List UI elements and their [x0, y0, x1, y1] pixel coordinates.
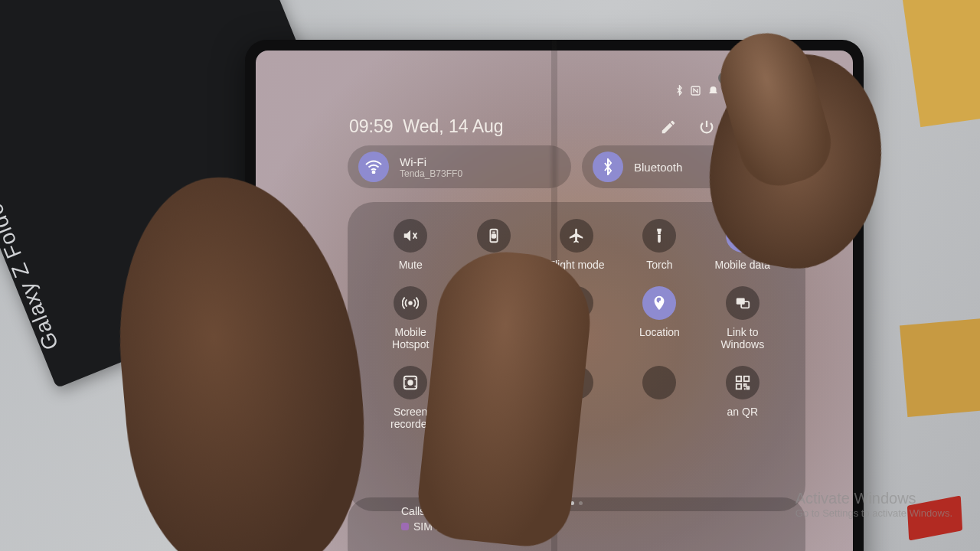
bluetooth-status-icon: [675, 85, 684, 96]
mute-icon: [394, 219, 427, 253]
tile-label: an QR: [727, 406, 758, 418]
nfc-status-icon: [691, 86, 701, 96]
svg-point-4: [373, 171, 375, 174]
product-box-brand: Galaxy Z Fold6: [0, 200, 64, 354]
svg-point-13: [408, 380, 413, 385]
bluetooth-icon: [593, 152, 623, 182]
tile-label: Mute: [399, 259, 423, 271]
svg-rect-14: [737, 377, 741, 381]
vibrate-status-icon: [707, 86, 719, 96]
sim-panel[interactable]: Calls SIM 2 Messages SIM 2: [348, 497, 805, 551]
svg-rect-6: [492, 234, 495, 238]
tile-label: Location: [639, 326, 680, 338]
blank-icon: [642, 366, 676, 399]
wifi-subtitle: Tenda_B73FF0: [400, 168, 462, 179]
background-scrap: [903, 0, 980, 127]
power-icon[interactable]: [698, 119, 715, 135]
torch-icon: [642, 219, 676, 253]
tile-blank[interactable]: [618, 366, 701, 430]
watermark-line2: Go to Settings to activate Windows.: [795, 507, 952, 519]
tile-mute[interactable]: Mute: [369, 219, 452, 271]
svg-rect-15: [744, 377, 749, 381]
tile-location[interactable]: Location: [618, 286, 701, 350]
os-watermark: Activate Windows Go to Settings to activ…: [795, 490, 952, 519]
tile-linkwin[interactable]: Link to Windows: [701, 286, 784, 350]
wifi-icon: [358, 152, 389, 182]
qr-icon: [726, 366, 760, 399]
linkwin-icon: [726, 286, 760, 320]
clock-date[interactable]: 09:59 Wed, 14 Aug: [349, 116, 504, 137]
hotspot-icon: [394, 286, 427, 320]
edit-icon[interactable]: [660, 119, 677, 135]
watermark-line1: Activate Windows: [795, 490, 952, 507]
recorder-icon: [394, 366, 427, 399]
wifi-title: Wi-Fi: [400, 155, 462, 168]
background-scrap: [900, 318, 980, 417]
tile-label: Torch: [646, 259, 672, 271]
tile-label: Link to Windows: [710, 326, 776, 350]
svg-point-7: [409, 302, 412, 305]
bluetooth-title: Bluetooth: [634, 161, 682, 174]
clock-time: 09:59: [349, 116, 394, 136]
clock-date-text: Wed, 14 Aug: [403, 116, 503, 136]
wifi-pill[interactable]: Wi-Fi Tenda_B73FF0: [348, 145, 571, 188]
flight-icon: [560, 219, 593, 253]
tile-torch[interactable]: Torch: [618, 219, 701, 271]
tile-qr[interactable]: an QR: [701, 366, 784, 430]
portrait-icon: [477, 219, 511, 253]
location-icon: [642, 286, 676, 320]
svg-rect-16: [737, 384, 741, 389]
